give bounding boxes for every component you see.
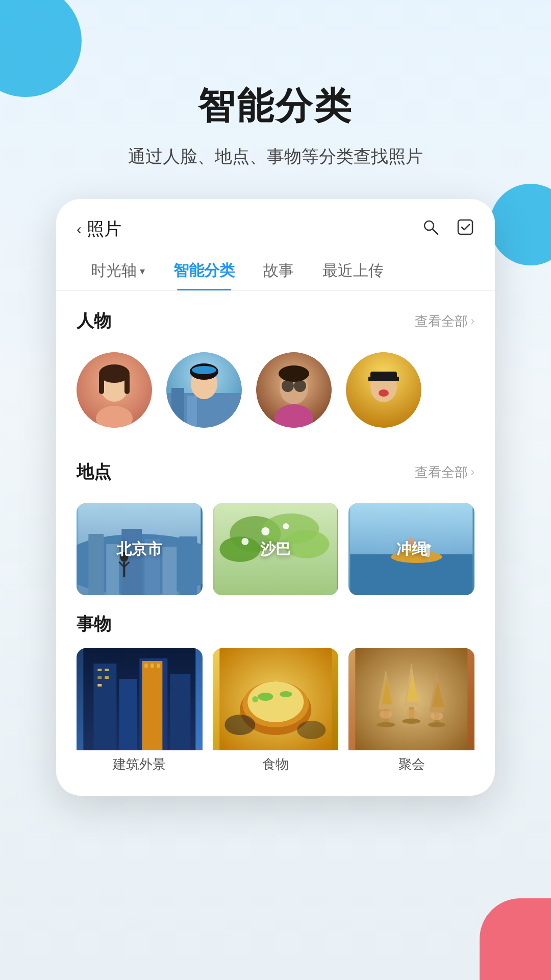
svg-point-85 xyxy=(380,710,392,719)
tab-timeline[interactable]: 时光轴 ▾ xyxy=(77,251,159,290)
tab-smart-classify-label: 智能分类 xyxy=(173,262,235,279)
svg-point-77 xyxy=(297,721,325,739)
svg-rect-68 xyxy=(157,664,160,668)
header-area: 智能分类 通过人脸、地点、事物等分类查找照片 xyxy=(0,0,551,199)
svg-rect-34 xyxy=(162,547,177,595)
tab-timeline-dropdown: 时光轴 ▾ xyxy=(91,260,145,281)
svg-rect-6 xyxy=(99,374,104,394)
app-bar-title: 照片 xyxy=(87,217,121,241)
app-bar: ‹ 照片 xyxy=(56,199,495,251)
svg-point-43 xyxy=(219,536,260,562)
svg-point-46 xyxy=(283,523,289,529)
thing-card-architecture[interactable]: 建筑外景 xyxy=(77,648,203,775)
thing-card-gathering-img xyxy=(348,648,474,750)
people-section-title: 人物 xyxy=(77,309,111,333)
svg-rect-7 xyxy=(124,374,130,394)
place-label-okinawa: 冲绳 xyxy=(396,539,427,560)
svg-point-87 xyxy=(431,712,443,720)
check-square-icon[interactable] xyxy=(456,218,474,241)
tab-recent-upload-label: 最近上传 xyxy=(322,262,384,279)
phone-mockup: ‹ 照片 时光轴 ▾ xyxy=(56,199,495,796)
tab-smart-classify[interactable]: 智能分类 xyxy=(159,251,249,290)
svg-point-73 xyxy=(258,693,273,701)
svg-rect-64 xyxy=(97,684,102,687)
svg-point-86 xyxy=(406,709,418,718)
places-section-title: 地点 xyxy=(77,460,111,484)
thing-card-gathering[interactable]: 聚会 xyxy=(348,648,474,775)
avatar-circle-4 xyxy=(346,352,421,428)
svg-rect-12 xyxy=(187,396,197,428)
search-icon[interactable] xyxy=(421,218,440,241)
svg-point-15 xyxy=(192,366,216,374)
svg-rect-35 xyxy=(179,536,197,595)
back-button[interactable]: ‹ 照片 xyxy=(77,217,121,241)
svg-rect-26 xyxy=(368,377,399,381)
avatar-2[interactable] xyxy=(166,352,242,428)
tab-timeline-label: 时光轴 xyxy=(91,260,137,281)
svg-point-21 xyxy=(279,365,309,382)
sub-title: 通过人脸、地点、事物等分类查找照片 xyxy=(0,145,551,168)
thing-card-architecture-img xyxy=(77,648,203,750)
place-label-shaba: 沙巴 xyxy=(260,539,291,560)
back-chevron-icon: ‹ xyxy=(77,220,82,238)
svg-rect-67 xyxy=(151,664,154,668)
thing-label-gathering: 聚会 xyxy=(348,750,474,775)
svg-point-27 xyxy=(379,389,389,397)
people-view-all-button[interactable]: 查看全部 › xyxy=(415,312,474,330)
svg-point-82 xyxy=(403,719,421,724)
thing-label-food: 食物 xyxy=(213,750,339,775)
bg-decoration-coral-bottom xyxy=(480,898,551,980)
svg-rect-2 xyxy=(458,220,472,234)
thing-card-food[interactable]: 食物 xyxy=(213,648,339,775)
people-section-title-row: 人物 查看全部 › xyxy=(77,309,474,333)
svg-point-75 xyxy=(252,696,258,702)
avatar-circle-2 xyxy=(166,352,242,428)
avatar-1[interactable] xyxy=(77,352,152,428)
thing-label-architecture: 建筑外景 xyxy=(77,750,203,775)
svg-point-76 xyxy=(224,715,255,735)
svg-rect-63 xyxy=(105,676,109,679)
place-card-okinawa[interactable]: 冲绳 xyxy=(348,503,474,595)
people-view-all-label: 查看全部 xyxy=(415,312,468,330)
place-card-beijing[interactable]: 北京市 xyxy=(77,503,203,595)
svg-rect-65 xyxy=(142,661,162,750)
places-section-header: 地点 查看全部 › xyxy=(56,442,495,503)
people-section-header: 人物 查看全部 › xyxy=(56,291,495,352)
svg-point-74 xyxy=(280,691,292,697)
places-view-all-chevron-icon: › xyxy=(471,465,474,479)
things-section-title: 事物 xyxy=(77,612,474,636)
places-view-all-label: 查看全部 xyxy=(415,463,468,481)
svg-rect-62 xyxy=(97,676,102,679)
things-section: 事物 xyxy=(56,600,495,636)
place-label-beijing: 北京市 xyxy=(116,539,162,560)
avatar-4[interactable] xyxy=(346,352,421,428)
tabs-bar: 时光轴 ▾ 智能分类 故事 最近上传 xyxy=(56,251,495,291)
app-bar-actions xyxy=(421,218,474,241)
places-section-title-row: 地点 查看全部 › xyxy=(77,460,474,484)
thing-card-food-img xyxy=(213,648,339,750)
things-grid: 建筑外景 xyxy=(56,648,495,775)
svg-point-45 xyxy=(261,527,269,535)
svg-point-80 xyxy=(377,722,395,727)
svg-line-1 xyxy=(433,229,438,234)
avatar-3[interactable] xyxy=(256,352,332,428)
main-title: 智能分类 xyxy=(0,82,551,131)
avatar-circle-1 xyxy=(77,352,152,428)
people-view-all-chevron-icon: › xyxy=(471,314,474,328)
people-avatars-row xyxy=(56,352,495,442)
svg-rect-60 xyxy=(97,669,102,671)
tab-story[interactable]: 故事 xyxy=(249,251,308,290)
tab-timeline-arrow: ▾ xyxy=(140,265,145,277)
svg-rect-57 xyxy=(119,679,137,750)
tab-recent-upload[interactable]: 最近上传 xyxy=(308,251,398,290)
svg-point-84 xyxy=(429,722,446,727)
svg-rect-30 xyxy=(88,534,104,595)
places-grid: 北京市 沙巴 xyxy=(56,503,495,600)
svg-rect-66 xyxy=(144,664,147,668)
svg-rect-59 xyxy=(170,674,190,750)
tab-story-label: 故事 xyxy=(263,262,294,279)
svg-rect-61 xyxy=(105,669,109,671)
svg-rect-11 xyxy=(171,388,184,428)
places-view-all-button[interactable]: 查看全部 › xyxy=(415,463,474,481)
place-card-shaba[interactable]: 沙巴 xyxy=(213,503,339,595)
